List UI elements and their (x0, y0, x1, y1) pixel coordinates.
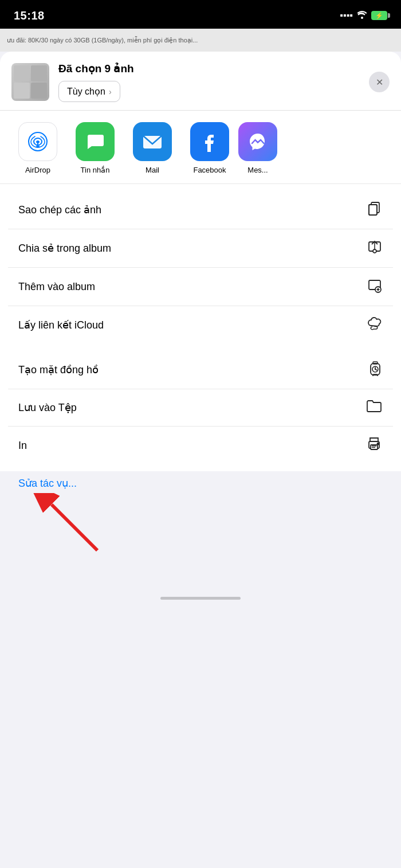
folder-icon (365, 398, 383, 417)
share-album-icon (367, 238, 383, 258)
share-sheet: Đã chọn 9 ảnh Tùy chọn › ✕ (0, 52, 401, 505)
actions-group-2: Tạo mặt đồng hồ Lưu vào Tệp (8, 351, 393, 464)
arrow-annotation (17, 493, 143, 562)
print-label: In (18, 440, 27, 452)
facebook-label: Facebook (193, 166, 226, 174)
svg-point-7 (373, 249, 376, 253)
action-watch-face[interactable]: Tạo mặt đồng hồ (8, 351, 393, 389)
svg-line-25 (52, 505, 97, 550)
action-icloud-link[interactable]: Lấy liên kết iCloud (8, 306, 393, 344)
action-add-album[interactable]: Thêm vào album (8, 267, 393, 306)
icloud-link-icon (367, 315, 383, 335)
facebook-icon-container (190, 122, 229, 161)
close-button[interactable]: ✕ (369, 72, 390, 92)
app-item-mail[interactable]: Mail (124, 122, 181, 174)
home-indicator (0, 573, 401, 608)
mail-icon-container (133, 122, 172, 161)
options-button[interactable]: Tùy chọn › (58, 81, 120, 102)
battery-icon: ⚡ (371, 11, 387, 20)
print-icon (365, 436, 383, 455)
home-bar (160, 597, 241, 600)
status-icons: ▪▪▪▪ ⚡ (340, 10, 387, 21)
copy-photos-label: Sao chép các ảnh (18, 204, 101, 216)
app-item-messages[interactable]: Tin nhắn (66, 122, 124, 174)
status-time: 15:18 (14, 9, 45, 22)
share-info: Đã chọn 9 ảnh Tùy chọn › (58, 62, 360, 102)
chevron-right-icon: › (109, 87, 112, 96)
messenger-icon-container (238, 122, 277, 161)
action-save-files[interactable]: Lưu vào Tệp (8, 389, 393, 426)
app-item-facebook[interactable]: Facebook (181, 122, 238, 174)
action-copy-photos[interactable]: Sao chép các ảnh (8, 191, 393, 229)
svg-point-23 (378, 443, 379, 445)
share-header: Đã chọn 9 ảnh Tùy chọn › ✕ (0, 52, 401, 111)
save-files-label: Lưu vào Tệp (18, 401, 77, 414)
actions-group-1: Sao chép các ảnh Chia sẻ trong album (8, 191, 393, 344)
add-album-icon (367, 277, 383, 296)
close-icon: ✕ (376, 77, 383, 88)
messages-icon-container (76, 122, 115, 161)
mail-label: Mail (146, 166, 159, 174)
svg-rect-17 (373, 362, 378, 364)
airdrop-label: AirDrop (25, 166, 50, 174)
browser-strip: ưu đãi: 80K/30 ngày có 30GB (1GB/ngày), … (0, 29, 401, 52)
share-album-label: Chia sẻ trong album (18, 242, 111, 255)
app-item-airdrop[interactable]: AirDrop (9, 122, 66, 174)
watch-face-icon (368, 360, 383, 380)
airdrop-icon-container (18, 122, 57, 161)
add-album-label: Thêm vào album (18, 281, 95, 293)
share-title: Đã chọn 9 ảnh (58, 62, 360, 75)
watch-face-label: Tạo mặt đồng hồ (18, 363, 99, 376)
messenger-label: Mes... (247, 166, 268, 174)
copy-icon (367, 200, 383, 220)
apps-row: AirDrop Tin nhắn Mail (0, 111, 401, 184)
svg-line-16 (375, 369, 377, 370)
share-thumbnail (11, 63, 49, 101)
svg-rect-4 (369, 205, 377, 215)
annotation-area (0, 505, 401, 573)
wifi-icon (356, 10, 368, 21)
messages-label: Tin nhắn (81, 166, 110, 174)
app-item-messenger[interactable]: Mes... (238, 122, 277, 174)
icloud-link-label: Lấy liên kết iCloud (18, 319, 104, 331)
status-bar: 15:18 ▪▪▪▪ ⚡ (0, 0, 401, 29)
action-share-album[interactable]: Chia sẻ trong album (8, 229, 393, 267)
action-print[interactable]: In (8, 426, 393, 464)
signal-icon: ▪▪▪▪ (340, 10, 353, 21)
